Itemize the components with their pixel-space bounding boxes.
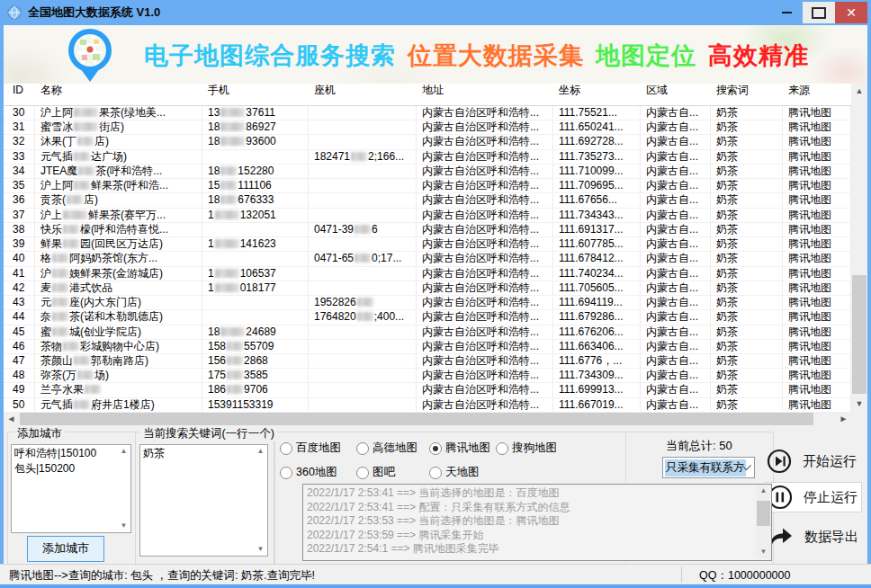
radio-icon[interactable] [496,442,508,455]
maximize-button[interactable] [803,2,835,23]
table-cell: 1132051 [202,209,309,222]
column-header[interactable]: 手机 [202,84,309,105]
table-cell: 内蒙古自治区呼和浩特... [417,296,553,309]
table-cell: 腾讯地图 [783,120,851,134]
table-cell: 腾讯地图 [783,354,851,368]
table-row[interactable]: 50元气插府井店1楼店)15391153319内蒙古自治区呼和浩特...111.… [4,398,851,413]
table-cell: 内蒙古自... [641,340,711,353]
table-row[interactable]: 37沪上鲜果茶(赛罕万...1132051内蒙古自治区呼和浩特...111.73… [4,209,851,223]
log-scroll-thumb[interactable] [757,501,770,526]
table-row[interactable]: 30沪上阿果茶(绿地美...1337611内蒙古自治区呼和浩特...111.75… [4,106,851,120]
add-city-button[interactable]: 添加城市 [27,536,104,562]
column-header[interactable]: 名称 [35,84,202,105]
table-row[interactable]: 46茶物彩城购物中心店)15855709内蒙古自治区呼和浩特...111.663… [4,340,851,354]
radio-icon[interactable] [280,442,292,455]
table-cell: 奶茶 [711,209,783,222]
vertical-scroll-thumb[interactable] [852,275,867,394]
map-source-radio-天地图[interactable]: 天地图 [429,465,480,480]
table-horizontal-scrollbar[interactable]: ◄ ► [4,412,851,426]
map-source-radio-腾讯地图[interactable]: 腾讯地图 [429,441,490,456]
scroll-left-icon[interactable]: ◄ [4,412,19,426]
radio-icon[interactable] [429,467,442,479]
table-cell: JTEA魔茶(呼和浩特... [35,165,202,178]
table-vertical-scrollbar[interactable]: ▲ ▼ [851,84,867,412]
start-run-button[interactable]: 开始运行 [767,446,862,477]
table-row[interactable]: 41沪姨鲜果茶(金游城店)1106537内蒙古自治区呼和浩特...111.740… [4,267,851,281]
table-row[interactable]: 33元气插达广场)1824712;166...内蒙古自治区呼和浩特...111.… [4,150,851,165]
log-lines: 2022/1/17 2:53:41 ==> 当前选择的地图是：百度地图2022/… [307,486,753,557]
textarea-down-icon[interactable]: ▼ [255,544,266,555]
column-header[interactable]: ID [4,84,35,105]
keyword-input[interactable]: 奶茶 [139,444,268,557]
textarea-up-icon[interactable]: ▲ [118,446,130,457]
map-source-radio-高德地图[interactable]: 高德地图 [356,441,418,456]
censored-blur [74,122,98,131]
radio-icon[interactable] [280,467,292,479]
map-pin-logo [63,28,117,84]
table-cell: 111.734343... [553,209,641,222]
table-cell: 腾讯地图 [783,310,851,324]
banner-slogans: 电子地图综合服务搜索位置大数据采集地图定位高效精准 [144,40,821,72]
table-row[interactable]: 48弥茶(万场)1753585内蒙古自治区呼和浩特...111.734309..… [4,369,851,383]
title-bar[interactable]: 全国地图大数据系统 V1.0 ✕ [0,0,871,25]
table-cell [309,120,417,134]
table-cell: 36 [4,193,35,207]
textarea-down-icon[interactable]: ▼ [118,521,130,531]
close-button[interactable]: ✕ [835,2,867,23]
radio-icon[interactable] [356,442,369,455]
column-header[interactable]: 来源 [783,84,851,105]
scroll-down-icon[interactable]: ▼ [851,396,867,412]
table-row[interactable]: 31蜜雪冰街店)1886927内蒙古自治区呼和浩特...111.650241..… [4,120,851,135]
column-header[interactable]: 搜索词 [711,84,783,105]
scroll-up-icon[interactable]: ▲ [851,84,867,99]
table-row[interactable]: 39鲜果园(回民区万达店)1141623内蒙古自治区呼和浩特...111.607… [4,237,851,252]
table-row[interactable]: 35沪上阿鲜果茶(呼和浩...15111106内蒙古自治区呼和浩特...111.… [4,179,851,193]
map-source-radio-搜狗地图[interactable]: 搜狗地图 [496,441,557,456]
table-cell: 1141623 [202,237,309,251]
table-row[interactable]: 43元座(内大东门店)1952826内蒙古自治区呼和浩特...111.69411… [4,296,851,310]
table-row[interactable]: 36贡茶(店)18676333内蒙古自治区呼和浩特...111.67656...… [4,193,851,208]
table-row[interactable]: 32沐果(丁店)1893600内蒙古自治区呼和浩特...111.692728..… [4,135,851,149]
column-header[interactable]: 地址 [417,84,553,105]
table-row[interactable]: 49兰亭水果1869706内蒙古自治区呼和浩特...111.699913...内… [4,383,851,397]
radio-icon[interactable] [429,442,442,455]
city-list-input[interactable]: 呼和浩特|150100 包头|150200 [11,444,131,533]
table-row[interactable]: 40格阿妈奶茶馆(东方...0471-650;17...内蒙古自治区呼和浩特..… [4,252,851,266]
table-row[interactable]: 44奈茶(诺和木勒凯德店)1764820;400...内蒙古自治区呼和浩特...… [4,310,851,325]
table-cell: 贡茶(店) [35,193,202,207]
table-row[interactable]: 42麦港式饮品1018177内蒙古自治区呼和浩特...111.705605...… [4,281,851,296]
scroll-right-icon[interactable]: ► [836,412,851,426]
scroll-up-icon[interactable]: ▲ [756,485,771,497]
radio-icon[interactable] [356,467,369,479]
table-cell: 内蒙古自... [641,281,711,295]
table-cell: 33 [4,150,35,164]
map-source-radio-360地图[interactable]: 360地图 [280,465,337,480]
radio-label: 百度地图 [296,441,341,456]
log-line: 2022/1/17 2:53:59 ==> 腾讯采集开始 [307,529,753,543]
table-row[interactable]: 34JTEA魔茶(呼和浩特...18152280内蒙古自治区呼和浩特...111… [4,165,851,179]
table-row[interactable]: 47茶颜山郭勒南路店)1562868内蒙古自治区呼和浩特...111.6776，… [4,354,851,369]
table-cell: 1106537 [202,267,309,281]
map-source-radio-图吧[interactable]: 图吧 [356,465,395,480]
table-cell: 内蒙古自治区呼和浩特... [417,398,553,412]
column-header[interactable]: 坐标 [553,84,641,105]
log-scrollbar[interactable]: ▲ ▼ [756,485,771,558]
textarea-up-icon[interactable]: ▲ [255,446,266,457]
table-row[interactable]: 45蜜城(创业学院店)1824689内蒙古自治区呼和浩特...111.67620… [4,325,851,340]
minimize-button[interactable] [770,2,803,23]
stop-run-button[interactable]: 停止运行 [765,482,862,512]
radio-label: 天地图 [445,465,480,480]
table-cell: 1764820;400... [309,310,417,324]
data-export-button[interactable]: 数据导出 [767,521,862,552]
collect-filter-select[interactable]: 只采集有联系方 [662,457,755,478]
table-cell: 内蒙古自治区呼和浩特... [417,135,553,148]
map-source-radio-百度地图[interactable]: 百度地图 [280,441,341,456]
column-header[interactable]: 区域 [641,84,711,105]
keywords-group-label: 当前搜索关键词(一行一个) [140,426,277,441]
column-header[interactable]: 座机 [309,84,417,105]
scroll-down-icon[interactable]: ▼ [756,546,771,558]
table-cell: 奶茶 [711,369,783,382]
table-row[interactable]: 38快乐檬(呼和浩特喜悦...0471-396内蒙古自治区呼和浩特...111.… [4,223,851,237]
table-cell: 鲜果园(回民区万达店) [35,237,202,251]
horizontal-scroll-thumb[interactable] [20,413,813,425]
